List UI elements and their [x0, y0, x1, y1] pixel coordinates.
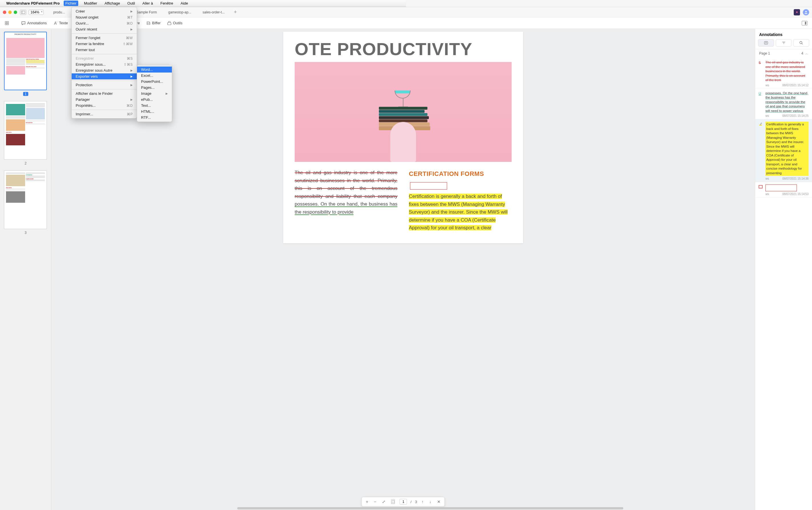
main-toolbar: Annotations Texte Image Lien Formulaire … — [0, 18, 406, 29]
thumb-num-2: 2 — [4, 161, 47, 165]
zoom-value: 164% — [31, 10, 39, 14]
app-window: 164% produ... Furniture billing-invoice.… — [0, 7, 406, 255]
text-icon — [53, 21, 58, 25]
export-epub[interactable]: ePub... — [137, 96, 172, 103]
menu-creer[interactable]: Créer▶ — [72, 8, 137, 14]
menu-exporter-vers[interactable]: Exporter vers▶ — [72, 74, 137, 79]
tool-redact[interactable]: Biffer — [146, 21, 161, 25]
thumbnail-panel: PROMOTE PRODUCTIVITY CERTIFICATION FORMS… — [0, 29, 51, 255]
menu-fichier[interactable]: Fichier — [64, 1, 78, 6]
tab-0[interactable]: produ... — [48, 7, 71, 17]
grid-icon — [5, 21, 9, 25]
menu-fermer-fenetre[interactable]: Fermer la fenêtre⇧⌘W — [72, 41, 137, 47]
maximize-window-button[interactable] — [14, 10, 17, 14]
tab-5[interactable]: sales-order-t... — [197, 7, 230, 17]
page-1: OTE PRODUCTIVITY — [283, 32, 406, 243]
menu-aide[interactable]: Aide — [179, 1, 190, 6]
tool-tools[interactable]: Outils — [167, 21, 182, 25]
zoom-select[interactable]: 164% — [29, 10, 44, 15]
mac-menubar: Wondershare PDFelement Pro Fichier Modif… — [0, 0, 406, 7]
svg-rect-6 — [7, 23, 8, 25]
minimize-window-button[interactable] — [8, 10, 12, 14]
tool-annotations[interactable]: Annotations — [21, 21, 47, 25]
redact-icon — [146, 21, 151, 25]
menu-ouvrir[interactable]: Ouvrir...⌘O — [72, 20, 137, 26]
strikethrough-text: The oil and gas industry is one of the m… — [295, 170, 398, 199]
file-menu-dropdown: Créer▶ Nouvel onglet⌘T Ouvrir...⌘O Ouvri… — [71, 7, 137, 118]
svg-rect-4 — [7, 21, 8, 23]
svg-rect-0 — [22, 11, 25, 13]
menu-partager[interactable]: Partager▶ — [72, 96, 137, 103]
thumb-page-2[interactable]: REPORTS MITIGATION — [4, 101, 47, 160]
export-text[interactable]: Text... — [137, 103, 172, 109]
export-html[interactable]: HTML... — [137, 109, 172, 114]
svg-rect-15 — [168, 23, 171, 25]
menu-fenetre[interactable]: Fenêtre — [159, 1, 175, 6]
export-pages[interactable]: Pages... — [137, 85, 172, 90]
thumb-page-3[interactable]: RECORDS UPGRADESLEARN MORE — [4, 170, 47, 229]
underline-text: possesses. On the one hand, the business… — [295, 201, 398, 215]
tools-icon — [167, 21, 172, 25]
left-column: The oil and gas industry is one of the m… — [295, 169, 398, 232]
menu-nouvel-onglet[interactable]: Nouvel onglet⌘T — [72, 14, 137, 20]
menu-enregistrer-autre[interactable]: Enregistrer sous Autre▶ — [72, 67, 137, 74]
app-name: Wondershare PDFelement Pro — [6, 1, 60, 5]
menu-proprietes[interactable]: Propriétés...⌘D — [72, 103, 137, 109]
thumb-page-1[interactable]: PROMOTE PRODUCTIVITY CERTIFICATION FORMS… — [4, 32, 47, 90]
menu-afficher-finder[interactable]: Afficher dans le Finder — [72, 90, 137, 96]
menu-aller[interactable]: Aller à — [141, 1, 155, 6]
menu-enregistrer: Enregistrer⌘S — [72, 55, 137, 61]
export-powerpoint[interactable]: PowerPoint... — [137, 79, 172, 85]
export-image[interactable]: Image▶ — [137, 90, 172, 96]
tool-text[interactable]: Texte — [53, 21, 68, 25]
menu-outil[interactable]: Outil — [126, 1, 137, 6]
export-word[interactable]: Word... — [137, 66, 172, 73]
menu-affichage[interactable]: Affichage — [103, 1, 122, 6]
svg-rect-5 — [5, 23, 6, 25]
thumb-num-1: 1 — [23, 92, 28, 96]
hero-image — [295, 62, 406, 162]
add-tab-button[interactable]: + — [230, 9, 240, 15]
menu-protection[interactable]: Protection▶ — [72, 82, 137, 88]
tab-4[interactable]: gamestop-ap... — [163, 7, 197, 17]
annotations-icon — [21, 21, 26, 25]
sidebar-toggle-icon[interactable] — [20, 10, 26, 15]
export-submenu: Word... Excel... PowerPoint... Pages... … — [137, 65, 172, 122]
menu-ouvrir-recent[interactable]: Ouvrir récent▶ — [72, 26, 137, 32]
export-rtf[interactable]: RTF... — [137, 114, 172, 120]
export-excel[interactable]: Excel... — [137, 73, 172, 79]
menu-fermer-onglet[interactable]: Fermer l'onglet⌘W — [72, 35, 137, 41]
titlebar: 164% produ... Furniture billing-invoice.… — [0, 7, 406, 18]
menu-modifier[interactable]: Modifier — [82, 1, 99, 6]
menu-fermer-tout[interactable]: Fermer tout — [72, 47, 137, 53]
tool-grid[interactable] — [5, 21, 9, 25]
document-title: OTE PRODUCTIVITY — [283, 40, 406, 62]
menu-imprimer[interactable]: Imprimer...⌘P — [72, 111, 137, 117]
traffic-lights — [3, 10, 17, 14]
svg-rect-3 — [5, 21, 6, 23]
close-window-button[interactable] — [3, 10, 6, 14]
thumb-num-3: 3 — [4, 231, 47, 235]
menu-enregistrer-sous[interactable]: Enregistrer sous...⇧⌘S — [72, 61, 137, 67]
